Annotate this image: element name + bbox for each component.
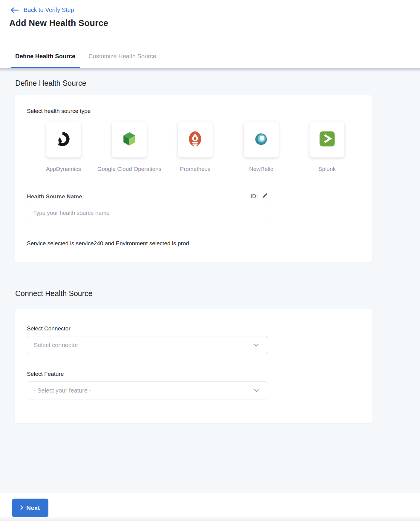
chevron-down-icon (254, 344, 259, 347)
back-link[interactable]: Back to Verify Step (24, 7, 74, 13)
connect-section-heading: Connect Health Source (15, 289, 420, 298)
back-arrow-icon[interactable] (10, 7, 19, 13)
main-content: Define Health Source Select health sourc… (0, 68, 420, 493)
page-title: Add New Health Source (9, 18, 411, 28)
google-cloud-operations-icon (120, 130, 138, 149)
service-environment-text: Service selected is service240 and Envir… (27, 240, 360, 247)
next-button[interactable]: Next (12, 499, 48, 517)
next-button-label: Next (26, 504, 40, 511)
tab-define-health-source[interactable]: Define Health Source (15, 44, 75, 68)
footer-bar: Next (0, 493, 420, 521)
source-label: AppDynamics (46, 166, 81, 172)
id-label: ID: (251, 193, 258, 200)
connect-health-source-card: Select Connector Select connector Select… (15, 309, 372, 423)
edit-pencil-icon[interactable] (262, 193, 268, 200)
source-tile-newrelic[interactable] (244, 122, 279, 157)
source-tile-prometheus[interactable] (178, 122, 213, 157)
connector-select[interactable]: Select connector (27, 336, 268, 354)
splunk-icon (318, 130, 336, 149)
source-label: Prometheus (180, 166, 210, 172)
source-label: Google Cloud Operations (97, 166, 161, 172)
tab-customize-health-source[interactable]: Customize Health Source (88, 44, 156, 68)
appdynamics-icon (54, 130, 73, 149)
define-health-source-card: Select health source type AppDynamics (15, 95, 372, 262)
health-source-name-input[interactable] (27, 204, 268, 222)
source-label: Splunk (318, 166, 336, 172)
tab-bar: Define Health Source Customize Health So… (0, 44, 420, 68)
source-type-tiles: AppDynamics Google Cloud Operations (30, 122, 360, 172)
select-type-label: Select health source type (27, 108, 360, 114)
source-tile-splunk[interactable] (309, 122, 344, 157)
prometheus-icon (186, 130, 204, 149)
source-tile-google-cloud-operations[interactable] (112, 122, 147, 157)
source-label: NewRelic (249, 166, 273, 172)
feature-select-placeholder: - Select your feature - (34, 387, 91, 394)
chevron-down-icon (254, 389, 259, 392)
select-feature-label: Select Feature (27, 371, 360, 377)
source-tile-appdynamics[interactable] (46, 122, 81, 157)
feature-select[interactable]: - Select your feature - (27, 381, 268, 399)
health-source-name-label: Health Source Name (27, 193, 82, 200)
connector-select-placeholder: Select connector (34, 342, 78, 349)
newrelic-icon (252, 130, 270, 149)
select-connector-label: Select Connector (27, 325, 360, 332)
next-chevron-icon (20, 504, 23, 511)
page-header: Back to Verify Step Add New Health Sourc… (0, 0, 420, 44)
define-section-heading: Define Health Source (15, 79, 420, 88)
